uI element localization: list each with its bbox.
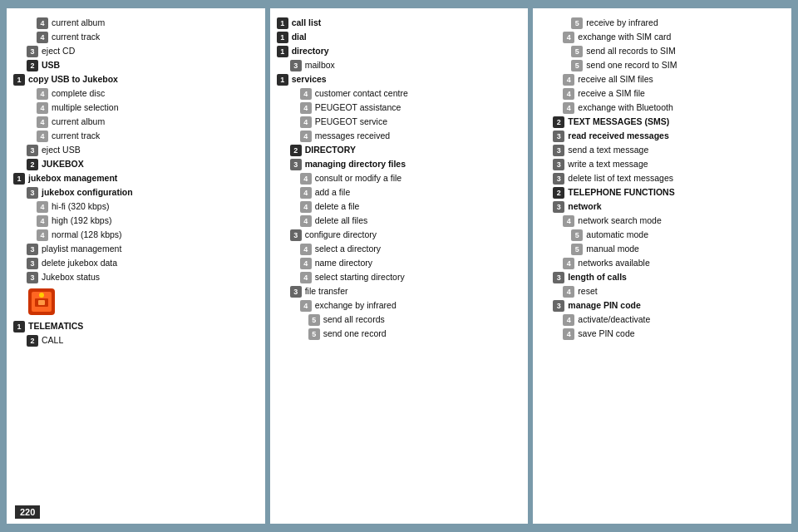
entry-label: configure directory	[305, 229, 377, 240]
level-badge: 4	[37, 32, 48, 43]
level-badge: 4	[300, 201, 312, 213]
entry-label: PEUGEOT assistance	[315, 101, 401, 113]
level-badge: 4	[563, 32, 574, 43]
level-badge: 5	[308, 328, 320, 340]
list-item: 4complete disc	[13, 87, 259, 100]
list-item: 3network	[539, 200, 785, 213]
entry-label: reset	[578, 285, 597, 297]
entry-label: send one record to SIM	[586, 59, 677, 71]
column-2: 1call list1dial1directory3mailbox1servic…	[270, 8, 529, 524]
list-item: 5send all records	[277, 313, 522, 326]
entry-label: current album	[52, 17, 105, 28]
list-item: 5send one record	[277, 328, 522, 340]
level-badge: 5	[571, 46, 583, 57]
list-item: 3eject CD	[13, 45, 259, 57]
entry-label: networks available	[578, 257, 649, 268]
entry-label: delete a file	[315, 200, 360, 212]
entry-label: Jukebox status	[42, 271, 100, 283]
level-badge: 3	[27, 46, 38, 57]
level-badge: 1	[13, 173, 25, 185]
list-item: 4save PIN code	[539, 328, 785, 340]
entry-label: eject USB	[42, 144, 81, 155]
level-badge: 2	[290, 145, 302, 156]
level-badge: 1	[277, 74, 288, 86]
entry-label: network	[568, 200, 601, 212]
level-badge: 3	[290, 159, 302, 170]
level-badge: 4	[37, 116, 48, 128]
list-item: 3Jukebox status	[13, 271, 259, 283]
entry-label: send one record	[323, 328, 387, 339]
entry-label: exchange with SIM card	[578, 31, 671, 42]
list-item: 4current track	[13, 130, 259, 142]
level-badge: 4	[37, 229, 48, 241]
level-badge: 3	[553, 300, 564, 312]
list-item: 3mailbox	[277, 59, 522, 71]
list-item: 4delete a file	[277, 200, 522, 213]
level-badge: 4	[563, 74, 574, 86]
list-item: 4PEUGEOT service	[277, 116, 522, 128]
level-badge: 4	[300, 215, 312, 227]
entry-label: CALL	[42, 334, 63, 346]
entry-label: read received messages	[568, 130, 668, 141]
level-badge: 3	[27, 244, 38, 255]
level-badge: 3	[27, 187, 38, 199]
list-item: 4network search mode	[539, 214, 785, 227]
list-item: 5receive by infrared	[539, 17, 785, 29]
list-item: 4networks available	[539, 257, 785, 269]
level-badge: 4	[37, 131, 48, 142]
level-badge: 3	[553, 145, 564, 156]
page-number: 220	[15, 505, 40, 519]
entry-label: network search mode	[578, 214, 661, 226]
level-badge: 3	[553, 173, 564, 185]
list-item: 2TELEPHONE FUNCTIONS	[539, 186, 785, 199]
entry-label: mailbox	[305, 59, 335, 71]
level-badge: 4	[300, 116, 312, 128]
entry-label: jukebox management	[28, 172, 117, 184]
list-item: 3configure directory	[277, 229, 522, 241]
list-item: 3manage PIN code	[539, 299, 785, 312]
entry-label: send all records	[323, 313, 385, 325]
svg-rect-4	[38, 300, 45, 305]
entry-label: PEUGEOT service	[315, 116, 387, 127]
entry-label: high (192 kbps)	[52, 214, 111, 226]
level-badge: 4	[37, 17, 48, 29]
level-badge: 3	[290, 229, 302, 241]
list-item: 4activate/deactivate	[539, 313, 785, 326]
level-badge: 3	[553, 131, 564, 142]
level-badge: 1	[277, 32, 288, 43]
entry-label: manage PIN code	[568, 299, 641, 311]
entry-label: messages received	[315, 130, 390, 141]
list-item: 4reset	[539, 285, 785, 298]
level-badge: 4	[563, 314, 574, 326]
entry-label: send a text message	[568, 144, 648, 155]
level-badge: 4	[563, 328, 574, 340]
entry-label: length of calls	[568, 271, 627, 283]
entry-label: consult or modify a file	[315, 172, 401, 184]
list-item: 4multiple selection	[13, 101, 259, 114]
entry-label: select a directory	[315, 243, 381, 254]
level-badge: 4	[300, 272, 312, 283]
list-item: 2TEXT MESSAGES (SMS)	[539, 116, 785, 128]
entry-label: current track	[52, 31, 100, 42]
level-badge: 5	[571, 229, 583, 241]
level-badge: 5	[308, 314, 320, 326]
list-item: 3delete list of text messages	[539, 172, 785, 185]
list-item: 4high (192 kbps)	[13, 214, 259, 227]
level-badge: 4	[563, 88, 574, 100]
list-item: 1jukebox management	[13, 172, 259, 185]
list-item: 5send all records to SIM	[539, 45, 785, 57]
level-badge: 1	[13, 74, 25, 86]
list-item: 5manual mode	[539, 243, 785, 255]
list-item: 4name directory	[277, 257, 522, 269]
list-item: 3delete jukebox data	[13, 257, 259, 269]
entry-label: automatic mode	[586, 229, 648, 240]
list-item: 2CALL	[13, 334, 259, 347]
entry-label: DIRECTORY	[305, 144, 356, 155]
entry-label: eject CD	[42, 45, 75, 57]
list-item: 1call list	[277, 17, 522, 29]
entry-label: current album	[52, 116, 105, 127]
entry-label: services	[292, 73, 327, 85]
entry-label: write a text message	[568, 158, 648, 170]
list-item: 4current album	[13, 116, 259, 128]
list-item: 4receive all SIM files	[539, 73, 785, 86]
